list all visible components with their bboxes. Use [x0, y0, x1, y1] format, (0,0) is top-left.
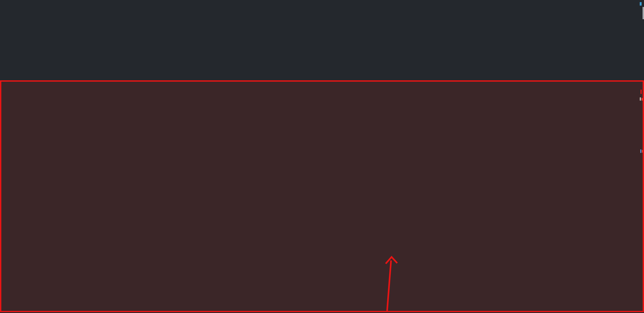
terminal-cursor	[640, 2, 642, 6]
scrollbar-mark-mid-red	[642, 150, 643, 153]
scrollbar-thumb[interactable]	[643, 7, 644, 19]
annotation-red-box	[0, 80, 644, 312]
scrollbar-mark-mid	[640, 149, 641, 153]
terminal-window	[0, 0, 644, 313]
scrollbar-mark-top-red	[642, 98, 643, 101]
scrollbar-mark-top	[640, 97, 641, 101]
annotation-tick-mark	[641, 90, 642, 94]
